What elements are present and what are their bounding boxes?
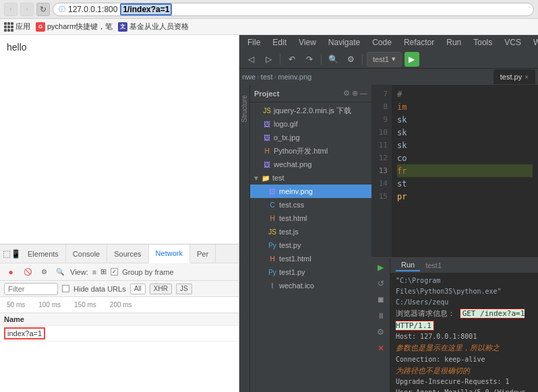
run-button[interactable]: ▶ — [405, 52, 419, 67]
menu-code[interactable]: Code — [367, 35, 397, 50]
structure-label[interactable]: Structure — [241, 95, 248, 123]
toolbar-undo[interactable]: ↶ — [285, 52, 299, 67]
clear-button[interactable]: 🚫 — [22, 266, 34, 278]
bookmark-favicon-blue: 文 — [118, 22, 127, 32]
breadcrumb-nwe[interactable]: nwe — [242, 73, 256, 81]
toolbar-back[interactable]: ◁ — [243, 52, 258, 67]
ico-icon: I — [268, 281, 277, 290]
js-icon: JS — [262, 106, 272, 115]
menu-navigate[interactable]: Navigate — [323, 35, 365, 50]
tab-console[interactable]: Console — [66, 244, 107, 263]
file-tab-label: test.py — [500, 73, 522, 81]
panel-sync-icon[interactable]: ⊕ — [352, 89, 358, 98]
code-line-14: st — [397, 177, 533, 190]
address-bar[interactable]: ⓘ 127.0.0.1:8001/index?a=1 — [53, 3, 534, 16]
toolbar-redo[interactable]: ↷ — [302, 52, 317, 67]
code-editor: 7 8 9 10 11 12 13 14 15 # im sk sk — [371, 85, 538, 392]
devtools-inspect-btn[interactable]: ⬚ — [3, 249, 11, 259]
timeline-50ms: 50 ms — [7, 301, 25, 308]
code-content[interactable]: # im sk sk sk co fr st pr — [392, 85, 538, 257]
image-icon: 🖼 — [268, 187, 277, 196]
filter-xhr[interactable]: XHR — [150, 284, 172, 294]
bookmark-fund[interactable]: 文 基金从业人员资格 — [118, 22, 189, 32]
filter-all[interactable]: All — [130, 284, 146, 294]
tree-wechat-png[interactable]: 🖼 wechat.png — [250, 158, 371, 171]
tree-otx[interactable]: 🖼 o_tx.jpg — [250, 131, 371, 144]
back-button[interactable]: ‹ — [4, 3, 18, 16]
tree-meinv[interactable]: 🖼 meinv.png — [250, 185, 371, 198]
breadcrumb-test[interactable]: test — [261, 73, 273, 81]
breadcrumb-meinv[interactable]: meinv.png — [278, 73, 311, 81]
devtools-mobile-btn[interactable]: 📱 — [11, 249, 21, 259]
tree-testhtml[interactable]: H test.html — [250, 211, 371, 225]
menu-tools[interactable]: Tools — [468, 35, 498, 50]
pycharm-menu: File Edit View Navigate Code Refactor Ru… — [239, 35, 538, 50]
menu-view[interactable]: View — [293, 35, 322, 50]
apps-label: 应用 — [16, 22, 30, 32]
run-tab-run[interactable]: Run — [396, 259, 420, 271]
structure-panel: Structure — [239, 85, 250, 392]
run-config-label: test1 — [373, 55, 389, 63]
bookmark-pycharm[interactable]: G pycharm快捷键，笔 — [36, 22, 113, 32]
close-tab-icon[interactable]: × — [525, 73, 529, 81]
filter-toggle[interactable]: ⚙ — [38, 266, 50, 278]
tree-python-html[interactable]: H Python开发.html — [250, 144, 371, 158]
run-play-btn[interactable]: ▶ — [374, 261, 388, 274]
filter-js[interactable]: JS — [176, 284, 192, 294]
tab-elements[interactable]: Elements — [21, 244, 66, 263]
file-tab-testpy[interactable]: test.py × — [494, 69, 535, 84]
code-line-12: co — [397, 152, 533, 164]
tree-jquery[interactable]: JS jquery-2.2.0.min.js 下载 — [250, 104, 371, 117]
row-name: index?a=1 — [0, 327, 67, 339]
timeline-bar: 50 ms 100 ms 150 ms 200 ms — [0, 297, 239, 313]
tree-test-folder[interactable]: ▼ 📁 test — [250, 171, 371, 185]
network-list: Name index?a=1 — [0, 313, 239, 392]
tree-wechatico[interactable]: I wechat.ico — [250, 279, 371, 292]
menu-vcs[interactable]: VCS — [499, 35, 527, 50]
run-stop-btn[interactable]: ⏹ — [374, 293, 388, 306]
forward-button[interactable]: › — [20, 3, 34, 16]
tab-performance[interactable]: Per — [190, 244, 216, 263]
panel-close-icon[interactable]: — — [360, 89, 367, 98]
toolbar-search[interactable]: 🔍 — [326, 52, 340, 67]
hide-data-urls-checkbox[interactable] — [62, 285, 69, 292]
menu-file[interactable]: File — [242, 35, 266, 50]
pycharm-tabs: nwe › test › meinv.png test.py × — [239, 69, 538, 85]
panel-title: Project — [254, 90, 340, 98]
menu-refactor[interactable]: Refactor — [398, 35, 440, 50]
run-clear-btn[interactable]: ✕ — [374, 341, 388, 355]
tree-testpy[interactable]: Py test.py — [250, 238, 371, 252]
run-config-dropdown[interactable]: test1 ▾ — [367, 52, 402, 67]
grid-view-icon[interactable]: ⊞ — [100, 267, 107, 276]
tree-testcss[interactable]: C test.css — [250, 198, 371, 211]
group-checkbox[interactable] — [111, 268, 118, 275]
refresh-button[interactable]: ↻ — [36, 3, 50, 16]
apps-button[interactable]: 应用 — [4, 22, 30, 32]
run-pause-btn[interactable]: ⏸ — [374, 309, 388, 323]
tree-test1html[interactable]: H test1.html — [250, 252, 371, 265]
run-settings-btn[interactable]: ⚙ — [374, 325, 388, 339]
bookmarks-bar: 应用 G pycharm快捷键，笔 文 基金从业人员资格 — [0, 19, 538, 35]
tree-testjs[interactable]: JS test.js — [250, 225, 371, 238]
code-line-15: pr — [397, 190, 533, 203]
html-icon: H — [262, 146, 272, 156]
record-button[interactable]: ● — [4, 265, 18, 279]
table-row[interactable]: index?a=1 — [0, 326, 239, 341]
address-prefix: 127.0.0.1:800 — [68, 5, 117, 14]
panel-gear-icon[interactable]: ⚙ — [343, 89, 350, 98]
toolbar-settings[interactable]: ⚙ — [343, 52, 358, 67]
search-btn[interactable]: 🔍 — [54, 266, 66, 278]
run-rerun-btn[interactable]: ↺ — [374, 277, 388, 290]
list-view-icon[interactable]: ≡ — [92, 268, 96, 276]
tree-test1py[interactable]: Py test1.py — [250, 265, 371, 279]
menu-edit[interactable]: Edit — [267, 35, 292, 50]
tree-logo[interactable]: 🖼 logo.gif — [250, 117, 371, 131]
toolbar-forward[interactable]: ▷ — [261, 52, 276, 67]
menu-window[interactable]: Window — [528, 35, 538, 50]
filter-input[interactable] — [4, 283, 58, 295]
menu-run[interactable]: Run — [441, 35, 467, 50]
tab-sources[interactable]: Sources — [107, 244, 148, 263]
pycharm-toolbar: ◁ ▷ ↶ ↷ 🔍 ⚙ test1 ▾ ▶ — [239, 50, 538, 69]
tab-network[interactable]: Network — [149, 244, 190, 263]
output-line-1: 浏览器请求信息： GET /index?a=1 HTTP/1.1 — [396, 308, 533, 331]
